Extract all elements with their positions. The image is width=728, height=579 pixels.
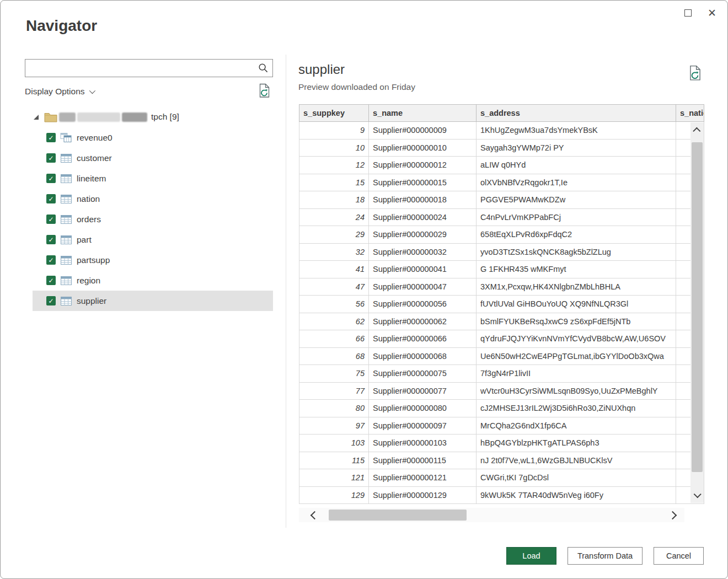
table-cell: 658tEqXLPvRd6xpFdqC2 <box>477 226 676 244</box>
table-row: 10Supplier#000000010Saygah3gYWMp72i PY <box>299 140 704 157</box>
table-cell: 75 <box>299 365 369 383</box>
window-controls: ✕ <box>676 3 724 23</box>
table-row: 115Supplier#000000115nJ 2t0f7Ve,wL1,6WzG… <box>299 452 704 470</box>
table-row: 24Supplier#000000024C4nPvLrVmKPPabFCj <box>299 209 704 227</box>
tree-item-customer[interactable]: ✓ customer <box>33 148 273 168</box>
checkbox-checked-icon[interactable]: ✓ <box>46 194 56 203</box>
search-icon[interactable] <box>254 63 272 73</box>
search-box <box>25 59 273 77</box>
vertical-scrollbar[interactable] <box>690 122 704 503</box>
table-icon <box>60 195 72 203</box>
navigation-tree: tpch [9] ✓ <box>25 106 274 311</box>
expander-icon[interactable] <box>34 115 39 120</box>
table-row: 97Supplier#000000097MrCQha2G6ndX1fp6CA <box>299 417 704 435</box>
table-cell: aLIW q0HYd <box>477 157 676 174</box>
tree-item-lineitem[interactable]: ✓ lineitem <box>33 168 273 189</box>
table-cell: 29 <box>299 226 369 244</box>
maximize-icon <box>684 9 692 17</box>
tree-root-tpch[interactable]: tpch [9] <box>25 106 274 127</box>
scroll-left-button[interactable] <box>306 508 323 522</box>
table-cell: 77 <box>299 383 369 400</box>
column-header-s_address[interactable]: s_address <box>477 105 676 122</box>
refresh-preview-icon[interactable] <box>258 83 271 100</box>
tree-item-nation[interactable]: ✓ nation <box>33 189 273 209</box>
table-icon <box>60 276 72 285</box>
table-cell: 121 <box>299 469 369 487</box>
cancel-button[interactable]: Cancel <box>654 547 704 565</box>
table-icon <box>60 256 72 265</box>
table-cell: 15 <box>299 174 369 192</box>
table-row: 62Supplier#000000062bSmlFYUKBeRsqJxwC9 z… <box>299 313 704 331</box>
table-cell: Supplier#000000068 <box>369 348 477 366</box>
column-header-s_name[interactable]: s_name <box>369 105 477 122</box>
table-cell: Supplier#000000129 <box>369 487 477 505</box>
checkbox-checked-icon[interactable]: ✓ <box>46 215 56 224</box>
checkbox-checked-icon[interactable]: ✓ <box>46 296 56 305</box>
table-row: 56Supplier#000000056fUVtlUVal GiHBOuYoUQ… <box>299 296 704 313</box>
table-cell: Supplier#000000009 <box>369 122 477 140</box>
scroll-right-button[interactable] <box>663 508 681 522</box>
checkbox-checked-icon[interactable]: ✓ <box>46 153 56 163</box>
close-icon: ✕ <box>708 8 716 18</box>
close-button[interactable]: ✕ <box>700 3 724 23</box>
table-cell: Supplier#000000062 <box>369 313 477 331</box>
tree-item-label: region <box>77 276 100 286</box>
table-cell: Supplier#000000103 <box>369 435 477 452</box>
column-header-s_suppkey[interactable]: s_suppkey <box>299 105 369 122</box>
table-cell: hBpQ4GYblzpHKTgATLPAS6ph3 <box>477 435 676 452</box>
table-cell: Supplier#000000024 <box>369 209 477 227</box>
table-cell: 115 <box>299 452 369 470</box>
table-row: 103Supplier#000000103hBpQ4GYblzpHKTgATLP… <box>299 435 704 452</box>
table-cell: Supplier#000000041 <box>369 261 477 278</box>
table-cell: 9 <box>299 122 369 140</box>
table-cell: Supplier#000000015 <box>369 174 477 192</box>
table-cell: 103 <box>299 435 369 452</box>
table-cell: Supplier#000000056 <box>369 296 477 313</box>
scroll-up-button[interactable] <box>690 122 704 139</box>
redacted-block <box>77 112 120 122</box>
table-cell: Supplier#000000047 <box>369 278 477 296</box>
checkbox-checked-icon[interactable]: ✓ <box>46 235 56 244</box>
preview-table: s_suppkeys_names_addresss_natio 9Supplie… <box>299 104 704 505</box>
maximize-button[interactable] <box>676 3 700 23</box>
table-row: 9Supplier#0000000091KhUgZegwM3ua7dsYmekY… <box>299 122 704 140</box>
scroll-down-button[interactable] <box>690 486 704 503</box>
preview-subtitle: Preview downloaded on Friday <box>298 82 415 92</box>
checkbox-checked-icon[interactable]: ✓ <box>46 174 56 183</box>
table-row: 129Supplier#0000001299kWUk5K 7TAR40dW5nV… <box>299 487 704 505</box>
refresh-preview-icon[interactable] <box>688 65 703 83</box>
tree-item-revenue0[interactable]: ✓ revenue0 <box>33 127 273 148</box>
tree-item-partsupp[interactable]: ✓ partsupp <box>33 250 273 270</box>
table-cell: 41 <box>299 261 369 278</box>
tree-item-part[interactable]: ✓ part <box>33 229 273 250</box>
display-options-dropdown[interactable]: Display Options <box>25 84 94 99</box>
checkbox-checked-icon[interactable]: ✓ <box>46 255 56 265</box>
tree-item-region[interactable]: ✓ region <box>33 270 273 291</box>
tree-item-orders[interactable]: ✓ orders <box>33 209 273 229</box>
table-cell: PGGVE5PWAMwKDZw <box>477 191 676 209</box>
table-row: 75Supplier#0000000757f3gN4rP1livII <box>299 365 704 383</box>
table-cell: 9kWUk5K 7TAR40dW5nVeg i60Fy <box>477 487 676 505</box>
horizontal-scrollbar-thumb[interactable] <box>329 510 467 521</box>
checkbox-checked-icon[interactable]: ✓ <box>46 276 56 285</box>
vertical-scrollbar-thumb[interactable] <box>692 142 703 472</box>
table-cell: Supplier#000000075 <box>369 365 477 383</box>
table-cell: nJ 2t0f7Ve,wL1,6WzGBJLNBUCKlsV <box>477 452 676 470</box>
load-button[interactable]: Load <box>506 547 556 565</box>
tree-item-label: revenue0 <box>77 133 113 143</box>
column-header-s_natio[interactable]: s_natio <box>676 105 704 122</box>
table-row: 80Supplier#000000080cJ2MHSEJ13rIL2Wj3D5i… <box>299 400 704 417</box>
preview-header-row: s_suppkeys_names_addresss_natio <box>299 104 704 122</box>
tree-item-supplier[interactable]: ✓ supplier <box>33 291 273 311</box>
table-icon <box>60 215 72 224</box>
transform-data-button[interactable]: Transform Data <box>568 547 643 565</box>
table-cell: wVtcr0uH3CyrSiWMLsqnB09Syo,UuZxPMeBghlY <box>477 383 676 400</box>
tree-item-label: lineitem <box>77 174 106 184</box>
table-icon <box>60 154 72 163</box>
table-cell: olXVbNBfVzRqgokr1T,Ie <box>477 174 676 192</box>
checkbox-checked-icon[interactable]: ✓ <box>46 133 56 142</box>
search-input[interactable] <box>25 60 254 77</box>
page-title: Navigator <box>26 17 97 35</box>
chevron-down-icon <box>694 490 702 498</box>
horizontal-scrollbar[interactable] <box>299 508 684 522</box>
